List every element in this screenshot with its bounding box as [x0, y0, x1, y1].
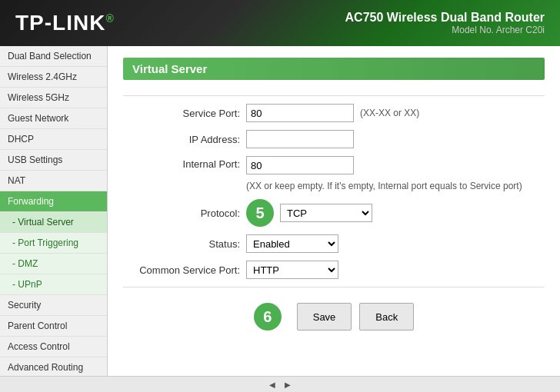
nav-right-arrow[interactable]: ▶ — [280, 378, 295, 390]
main-layout: Dual Band Selection Wireless 2.4GHz Wire… — [0, 46, 560, 376]
protocol-select[interactable]: TCP UDP ALL — [280, 204, 372, 222]
sidebar-item-usb-settings[interactable]: USB Settings — [0, 150, 107, 171]
page-title: Virtual Server — [123, 58, 545, 80]
sidebar-item-forwarding[interactable]: Forwarding — [0, 191, 107, 212]
sidebar-item-guest-network[interactable]: Guest Network — [0, 108, 107, 129]
sidebar-item-wireless-24[interactable]: Wireless 2.4GHz — [0, 67, 107, 88]
ip-address-input[interactable] — [246, 130, 354, 148]
divider-top — [123, 95, 545, 96]
status-select[interactable]: Enabled Disabled — [246, 234, 338, 253]
step5-circle: 5 — [246, 199, 274, 227]
common-service-port-input-group: HTTP FTP HTTPS DNS SMTP POP3 TELNET — [246, 261, 545, 279]
service-port-label: Service Port: — [123, 108, 246, 119]
service-port-hint: (XX-XX or XX) — [360, 108, 419, 118]
sidebar-item-dhcp[interactable]: DHCP — [0, 129, 107, 150]
sidebar-item-advanced-routing[interactable]: Advanced Routing — [0, 357, 107, 376]
sidebar-item-virtual-server[interactable]: - Virtual Server — [0, 212, 107, 233]
sidebar-item-parent-control[interactable]: Parent Control — [0, 316, 107, 337]
sidebar-item-nat[interactable]: NAT — [0, 171, 107, 191]
model-number: Model No. Archer C20i — [345, 25, 545, 35]
internal-port-label: Internal Port: — [123, 156, 246, 170]
nav-left-arrow[interactable]: ◀ — [265, 378, 280, 390]
router-name: AC750 Wireless Dual Band Router — [345, 11, 545, 25]
logo: TP-LINK® — [15, 11, 115, 35]
sidebar-item-dual-band[interactable]: Dual Band Selection — [0, 46, 107, 67]
internal-port-input[interactable] — [246, 156, 354, 174]
button-row: 6 Save Back — [123, 303, 545, 331]
status-label: Status: — [123, 238, 246, 250]
ip-address-row: IP Address: — [123, 130, 545, 148]
service-port-row: Service Port: (XX-XX or XX) — [123, 104, 545, 122]
sidebar-item-security[interactable]: Security — [0, 295, 107, 316]
internal-port-hint: (XX or keep empty. If it's empty, Intern… — [246, 181, 522, 191]
status-row: Status: Enabled Disabled — [123, 234, 545, 253]
router-info: AC750 Wireless Dual Band Router Model No… — [345, 11, 545, 35]
bottom-nav: ◀ ▶ — [0, 376, 560, 392]
header: TP-LINK® AC750 Wireless Dual Band Router… — [0, 0, 560, 46]
sidebar-item-wireless-5[interactable]: Wireless 5GHz — [0, 88, 107, 108]
common-service-port-row: Common Service Port: HTTP FTP HTTPS DNS … — [123, 261, 545, 279]
protocol-label: Protocol: — [123, 208, 246, 219]
status-input-group: Enabled Disabled — [246, 234, 545, 253]
protocol-input-group: 5 TCP UDP ALL — [246, 199, 545, 227]
sidebar: Dual Band Selection Wireless 2.4GHz Wire… — [0, 46, 108, 376]
protocol-row: Protocol: 5 TCP UDP ALL — [123, 199, 545, 227]
ip-address-label: IP Address: — [123, 134, 246, 145]
divider-bottom — [123, 287, 545, 287]
back-button[interactable]: Back — [359, 303, 414, 331]
sidebar-item-dmz[interactable]: - DMZ — [0, 254, 107, 274]
common-service-port-label: Common Service Port: — [123, 264, 246, 276]
step6-circle: 6 — [254, 303, 282, 331]
service-port-input-group: (XX-XX or XX) — [246, 104, 545, 122]
common-service-port-select[interactable]: HTTP FTP HTTPS DNS SMTP POP3 TELNET — [246, 261, 338, 279]
save-button[interactable]: Save — [297, 303, 352, 331]
content-area: Virtual Server Service Port: (XX-XX or X… — [108, 46, 560, 376]
ip-address-input-group — [246, 130, 545, 148]
internal-port-row: Internal Port: (XX or keep empty. If it'… — [123, 156, 545, 191]
sidebar-item-upnp[interactable]: - UPnP — [0, 274, 107, 295]
service-port-input[interactable] — [246, 104, 354, 122]
sidebar-item-access-control[interactable]: Access Control — [0, 337, 107, 357]
internal-port-input-group: (XX or keep empty. If it's empty, Intern… — [246, 156, 545, 191]
sidebar-item-port-triggering[interactable]: - Port Triggering — [0, 233, 107, 254]
